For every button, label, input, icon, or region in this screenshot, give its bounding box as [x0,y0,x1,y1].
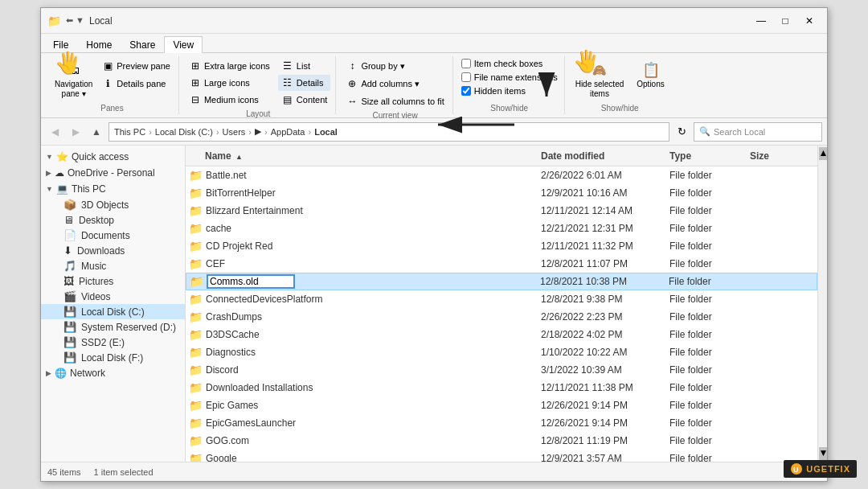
file-row-selected[interactable]: 📁 12/8/2021 10:38 PM File folder [186,273,817,290]
sidebar-item-localdisk-c[interactable]: 💾 Local Disk (C:) [41,304,185,319]
tab-home[interactable]: Home [77,36,121,53]
file-area: Name ▲ Date modified Type Size 📁 Battle.… [186,146,817,462]
extra-large-icons-button[interactable]: ⊞ Extra large icons [186,58,273,74]
sidebar-section-thispc[interactable]: ▼ 💻 This PC [41,181,185,197]
sidebar-quickaccess-label: Quick access [72,151,129,162]
sort-by-button[interactable]: ↕ Group by ▾ [342,58,407,74]
layout-label: Layout [246,109,270,118]
sidebar-thispc-label: This PC [72,183,106,195]
file-row[interactable]: 📁 EpicGamesLauncher 12/26/2021 9:14 PM F… [186,414,817,432]
sidebar-section-onedrive[interactable]: ▶ ☁ OneDrive - Personal [41,165,185,181]
col-header-size[interactable]: Size [750,150,814,162]
file-row[interactable]: 📁 BitTorrentHelper 12/9/2021 10:16 AM Fi… [186,184,817,202]
file-row[interactable]: 📁 Discord 3/1/2022 10:39 AM File folder [186,361,817,379]
file-name-extensions-toggle[interactable]: File name extensions [460,72,559,83]
file-row[interactable]: 📁 cache 12/21/2021 12:31 PM File folder [186,220,817,237]
breadcrumb-part: AppData [271,127,305,137]
col-header-type[interactable]: Type [669,150,750,162]
file-row[interactable]: 📁 Battle.net 2/26/2022 6:01 AM File fold… [186,166,817,184]
tab-share[interactable]: Share [121,36,164,53]
sidebar-item-ssd2[interactable]: 💾 SSD2 (E:) [41,335,185,350]
file-name-extensions-checkbox[interactable] [461,72,471,82]
status-bar: 45 items 1 item selected [41,462,827,481]
options-icon: 📋 [641,60,661,80]
file-row[interactable]: 📁 Epic Games 12/26/2021 9:14 PM File fol… [186,397,817,414]
file-row[interactable]: 📁 CrashDumps 2/26/2022 2:23 PM File fold… [186,308,817,326]
sidebar-item-3dobjects[interactable]: 📦 3D Objects [41,197,185,212]
hidden-items-toggle[interactable]: Hidden items [460,85,527,97]
quick-access-arrows: ⬅ ▼ [66,15,84,26]
scroll-down-arrow[interactable]: ▼ [819,447,827,460]
file-row[interactable]: 📁 Google 12/9/2021 3:57 AM File folder [186,450,817,462]
file-list: 📁 Battle.net 2/26/2022 6:01 AM File fold… [186,166,817,462]
navigation-pane-button[interactable]: 🗂 Navigationpane ▾ 🖐 [51,58,96,101]
forward-button[interactable]: ▶ [67,123,84,141]
scrollbar[interactable]: ▲ ▼ [817,146,827,462]
close-button[interactable]: ✕ [798,12,821,30]
sidebar-item-music[interactable]: 🎵 Music [41,258,185,273]
sidebar-item-localdisk-f[interactable]: 💾 Local Disk (F:) [41,350,185,365]
breadcrumb-part: Users [223,127,246,137]
hide-selected-button[interactable]: 🙈 Hide selecteditems 🖐 [571,58,628,101]
add-columns-button[interactable]: ⊕ Add columns ▾ [342,76,423,92]
scroll-up-arrow[interactable]: ▲ [819,147,827,160]
file-row[interactable]: 📁 CD Projekt Red 12/11/2021 11:32 PM Fil… [186,237,817,255]
sidebar: ▼ ⭐ Quick access ▶ ☁ OneDrive - Personal… [41,146,186,462]
details-icon: ℹ [101,77,114,90]
sidebar-item-videos[interactable]: 🎬 Videos [41,289,185,304]
sidebar-section-quickaccess[interactable]: ▼ ⭐ Quick access [41,149,185,165]
tab-view[interactable]: View [164,36,203,53]
item-check-boxes-checkbox[interactable] [461,59,471,68]
col-header-date[interactable]: Date modified [541,150,669,162]
maximize-button[interactable]: □ [774,12,796,30]
logo-badge: U UGETFIX [784,460,857,478]
title-bar: 📁 ⬅ ▼ Local — □ ✕ [41,8,827,34]
sidebar-item-desktop[interactable]: 🖥 Desktop [41,212,185,228]
sidebar-item-downloads[interactable]: ⬇ Downloads [41,243,185,258]
hidden-items-checkbox[interactable] [461,86,471,96]
window-title: Local [89,15,113,27]
up-button[interactable]: ▲ [88,123,105,141]
breadcrumb[interactable]: This PC › Local Disk (C:) › Users › ▶ › … [108,122,669,142]
preview-pane-button[interactable]: ▣ Preview pane [98,58,174,74]
ribbon-group-options: 🙈 Hide selecteditems 🖐 📋 Options Show/hi… [567,56,674,114]
search-icon: 🔍 [699,126,710,137]
file-row[interactable]: 📁 D3DSCache 2/18/2022 4:02 PM File folde… [186,326,817,343]
window-icon: 📁 [47,14,61,27]
sidebar-section-network[interactable]: ▶ 🌐 Network [41,365,185,381]
file-row[interactable]: 📁 ConnectedDevicesPlatform 12/8/2021 9:3… [186,290,817,308]
sidebar-item-pictures[interactable]: 🖼 Pictures [41,273,185,289]
content-button[interactable]: ▤ Content [278,92,331,108]
breadcrumb-part: ▶ [255,126,261,137]
panes-label: Panes [100,104,123,113]
network-icon: 🌐 [55,368,67,379]
size-all-columns-button[interactable]: ↔ Size all columns to fit [342,93,447,109]
file-row[interactable]: 📁 Downloaded Installations 12/11/2021 11… [186,379,817,397]
preview-icon: ▣ [101,60,114,72]
sidebar-item-system-reserved[interactable]: 💾 System Reserved (D:) [41,319,185,335]
details-button[interactable]: ☷ Details [278,75,331,91]
item-count: 45 items [47,467,81,477]
file-row[interactable]: 📁 Diagnostics 1/10/2022 10:22 AM File fo… [186,343,817,361]
col-header-name[interactable]: Name ▲ [189,150,541,162]
large-icons-button[interactable]: ⊞ Large icons [186,75,273,91]
search-box[interactable]: 🔍 Search Local [694,122,822,142]
list-button[interactable]: ☰ List [278,58,331,74]
item-check-boxes-toggle[interactable]: Item check boxes [460,58,545,69]
sidebar-item-documents[interactable]: 📄 Documents [41,228,185,243]
details-pane-button[interactable]: ℹ Details pane [98,76,174,92]
sidebar-network-label: Network [70,368,105,379]
file-row[interactable]: 📁 GOG.com 12/8/2021 11:19 PM File folder [186,432,817,450]
nav-pane-label: Navigationpane ▾ [55,80,92,99]
refresh-button[interactable]: ↻ [673,123,690,141]
search-placeholder: Search Local [714,127,765,137]
minimize-button[interactable]: — [750,12,772,30]
file-row[interactable]: 📁 Blizzard Entertainment 12/11/2021 12:1… [186,202,817,220]
medium-icons-button[interactable]: ⊟ Medium icons [186,92,273,108]
file-row[interactable]: 📁 CEF 12/8/2021 11:07 PM File folder [186,255,817,273]
ribbon-group-panes: 🗂 Navigationpane ▾ 🖐 ▣ Preview pane [46,56,179,114]
tab-file[interactable]: File [44,36,77,53]
filename-input[interactable] [207,274,295,289]
options-button[interactable]: 📋 Options [633,58,668,91]
back-button[interactable]: ◀ [46,123,63,141]
